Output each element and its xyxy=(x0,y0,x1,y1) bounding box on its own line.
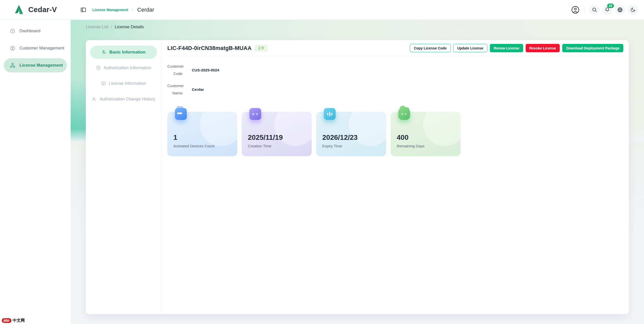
stat-creation-time: < > 2025/11/19 Creation Time xyxy=(242,112,312,156)
php-badge: php xyxy=(2,318,11,323)
user-card-icon xyxy=(101,50,106,55)
stat-value: 2026/12/23 xyxy=(322,133,380,142)
topbar-breadcrumb-license-management[interactable]: License Management xyxy=(92,8,128,12)
panel-toggle-icon[interactable] xyxy=(78,5,88,15)
watermark-text: 中文网 xyxy=(13,318,25,323)
tab-license-information[interactable]: License Information xyxy=(90,77,157,90)
copy-license-code-button[interactable]: Copy License Code xyxy=(410,44,451,52)
stat-value: 2025/11/19 xyxy=(248,133,306,142)
revoke-license-button[interactable]: Revoke License xyxy=(526,44,560,52)
stat-remaining-days: < > 400 Remaining Days xyxy=(391,112,461,156)
content-area: License List / License Details Basic Inf… xyxy=(71,20,644,324)
php-cn-watermark: php 中文网 xyxy=(2,318,25,323)
customer-code-value: CUS-2025-0024 xyxy=(192,68,219,72)
topbar-divider xyxy=(585,7,585,13)
sidebar-item-label: Customer Management xyxy=(19,46,64,51)
tab-basic-information[interactable]: Basic Information xyxy=(90,46,157,59)
license-actions: Copy License Code Update License Renew L… xyxy=(410,44,623,52)
code-terminal-icon: < > xyxy=(249,108,261,120)
sidebar-item-label: Dashboard xyxy=(19,29,40,34)
pine-tree-logo-icon xyxy=(13,4,25,16)
breadcrumb: License List / License Details xyxy=(86,24,144,30)
topbar-breadcrumb-separator: / xyxy=(132,8,133,12)
cube-icon xyxy=(10,28,15,34)
search-icon[interactable] xyxy=(589,5,599,15)
stat-expiry-time: 2026/12/23 Expiry Time xyxy=(316,112,386,156)
tab-authorization-change-history[interactable]: Authorization Change History xyxy=(90,93,157,106)
stat-label: Expiry Time xyxy=(322,144,380,148)
stat-label: Creation Time xyxy=(248,144,306,148)
brand-logo[interactable]: Cedar-V xyxy=(0,4,71,16)
tab-label: License Information xyxy=(109,81,146,86)
breadcrumb-current: License Details xyxy=(115,24,144,30)
cloud-code-icon: < > xyxy=(398,108,410,120)
customer-code-label: Customer Code xyxy=(167,63,182,77)
sidebar-item-customer-management[interactable]: Customer Management xyxy=(4,41,67,55)
status-badge: 正常 xyxy=(255,45,267,51)
renew-license-button[interactable]: Renew License xyxy=(490,44,523,52)
tab-label: Authorization Information xyxy=(104,65,151,70)
download-deployment-package-button[interactable]: Download Deployment Package xyxy=(562,44,623,52)
bell-icon[interactable]: 24 xyxy=(602,5,612,15)
stat-cards: 1 Activated Devices Count < > 2025/11/19… xyxy=(167,112,623,156)
shield-key-icon xyxy=(96,65,101,70)
license-code-title: LIC-F44D-0irCN38matgB-MUAA xyxy=(167,45,252,51)
globe-icon[interactable] xyxy=(615,5,625,15)
brand-name: Cedar-V xyxy=(28,6,57,14)
stat-value: 400 xyxy=(397,133,454,142)
equalizer-icon xyxy=(324,108,336,120)
customer-name-value: Cerdar xyxy=(192,87,204,92)
update-license-button[interactable]: Update License xyxy=(453,44,487,52)
stat-activated-devices: 1 Activated Devices Count xyxy=(167,112,237,156)
detail-tabs: Basic Information Authorization Informat… xyxy=(86,40,162,314)
topbar: Cedar-V License Management / Cerdar 24 xyxy=(0,0,644,20)
tab-label: Authorization Change History xyxy=(99,97,155,102)
sitemap-icon xyxy=(10,63,15,68)
topbar-breadcrumb-current: Cerdar xyxy=(137,7,154,13)
sidebar-item-label: License Management xyxy=(19,63,63,68)
notification-count-badge: 24 xyxy=(607,4,614,8)
breadcrumb-separator: / xyxy=(111,24,112,30)
sidebar-item-dashboard[interactable]: Dashboard xyxy=(4,24,67,38)
tab-authorization-information[interactable]: Authorization Information xyxy=(90,61,157,74)
customer-code-row: Customer Code CUS-2025-0024 xyxy=(167,62,623,77)
stat-value: 1 xyxy=(173,133,231,142)
breadcrumb-license-list[interactable]: License List xyxy=(86,24,109,30)
sidebar: Dashboard Customer Management License Ma… xyxy=(0,20,71,324)
license-header: LIC-F44D-0irCN38matgB-MUAA 正常 Copy Licen… xyxy=(167,40,623,56)
moon-icon[interactable] xyxy=(628,5,638,15)
user-icon xyxy=(10,45,15,51)
basic-info-fields: Customer Code CUS-2025-0024 Customer Nam… xyxy=(167,62,623,101)
user-history-icon xyxy=(92,97,97,102)
customer-name-row: Customer Name Cerdar xyxy=(167,82,623,97)
stat-label: Remaining Days xyxy=(397,144,454,148)
license-details-card: Basic Information Authorization Informat… xyxy=(86,40,629,314)
sidebar-item-license-management[interactable]: License Management xyxy=(4,58,67,72)
folder-minus-icon xyxy=(175,108,187,120)
monitor-check-icon xyxy=(101,81,106,86)
tab-label: Basic Information xyxy=(109,50,146,55)
user-avatar-icon[interactable] xyxy=(570,5,580,15)
customer-name-label: Customer Name xyxy=(167,82,182,97)
stat-label: Activated Devices Count xyxy=(173,144,231,148)
